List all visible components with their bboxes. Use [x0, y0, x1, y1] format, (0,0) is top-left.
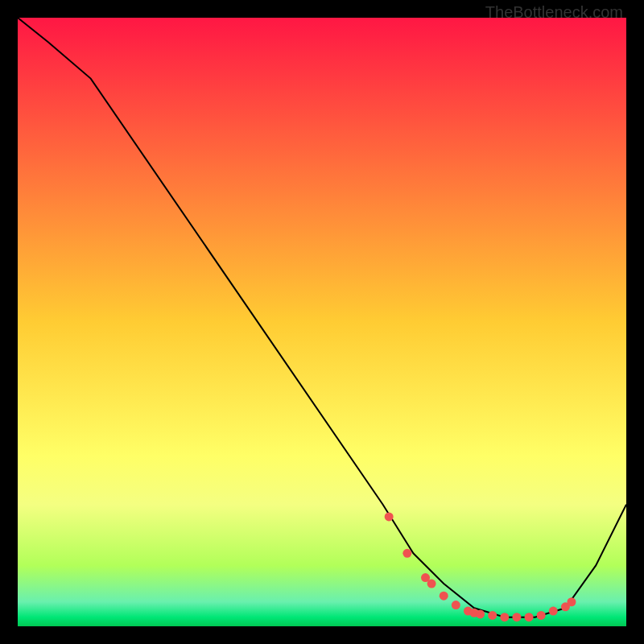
marker-dot: [440, 592, 448, 601]
marker-dot: [427, 580, 436, 588]
marker-dot: [525, 613, 534, 621]
marker-dot: [567, 597, 576, 606]
marker-dot: [512, 613, 521, 621]
marker-dot: [385, 512, 394, 521]
marker-dot: [488, 611, 497, 620]
marker-dot: [452, 601, 460, 609]
marker-dot: [549, 607, 558, 616]
marker-dot: [402, 549, 411, 558]
chart-svg: [18, 18, 626, 626]
chart-background: [18, 18, 626, 626]
marker-dot: [500, 613, 509, 621]
marker-dot: [537, 611, 546, 620]
chart-frame: [18, 18, 626, 626]
marker-dot: [476, 609, 485, 618]
